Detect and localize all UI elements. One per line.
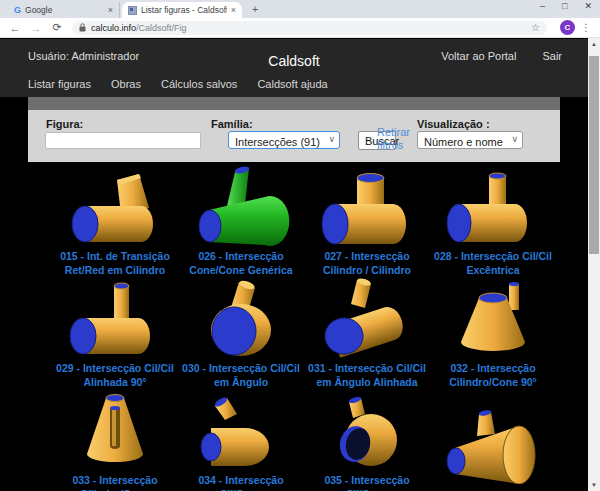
figure-tile[interactable]: 033 - Intersecção Cilindro/Cone	[52, 390, 178, 491]
figure-3d-thumbnail[interactable]	[181, 390, 301, 470]
header-links: Voltar ao Portal Sair	[441, 50, 562, 62]
figure-3d-thumbnail[interactable]	[181, 278, 301, 358]
tab-caldsoft[interactable]: Listar figuras - Caldsoft ×	[122, 2, 242, 18]
tab-title: Google	[25, 5, 104, 15]
caldsoft-favicon-icon	[128, 6, 137, 15]
figura-label: Figura:	[46, 118, 83, 130]
minimize-button[interactable]: –	[540, 1, 545, 11]
maximize-button[interactable]: □	[562, 1, 567, 11]
nav-listar-figuras[interactable]: Listar figuras	[28, 78, 91, 90]
tab-close-icon[interactable]: ×	[108, 5, 113, 15]
address-bar[interactable]: calculo.info/Caldsoft/Fig ☆	[72, 21, 547, 35]
scroll-down-icon[interactable]: ▼	[588, 482, 600, 488]
divider-bar	[28, 97, 560, 110]
figure-3d-thumbnail[interactable]	[181, 166, 301, 246]
logout-link[interactable]: Sair	[542, 50, 562, 62]
bookmark-star-icon[interactable]: ☆	[531, 22, 540, 33]
browser-menu-icon[interactable]: ⋮	[581, 22, 591, 33]
figura-input[interactable]	[45, 132, 201, 149]
figure-3d-thumbnail[interactable]	[307, 278, 427, 358]
tab-close-icon[interactable]: ×	[231, 5, 236, 15]
figure-3d-thumbnail[interactable]	[433, 278, 553, 358]
tab-google[interactable]: G Google ×	[8, 2, 120, 18]
figure-tile[interactable]: 028 - Intersecção Cil/Cil Excêntrica	[430, 166, 556, 278]
figure-caption[interactable]: 030 - Intersecção Cil/Cil em Ângulo	[178, 362, 304, 389]
nav-caldsoft-ajuda[interactable]: Caldsoft ajuda	[257, 78, 327, 90]
figure-tile[interactable]: 035 - Intersecção Cil/Cone	[304, 390, 430, 491]
figure-tile[interactable]: 032 - Intersecção Cilindro/Cone 90°	[430, 278, 556, 390]
main-nav: Listar figuras Obras Cálculos salvos Cal…	[28, 78, 328, 90]
browser-tab-strip: G Google × Listar figuras - Caldsoft × +…	[0, 0, 600, 18]
figure-caption[interactable]: 031 - Intersecção Cil/Cil em Ângulo Alin…	[304, 362, 430, 389]
figure-caption[interactable]: 033 - Intersecção Cilindro/Cone	[52, 474, 178, 491]
page-scrollbar[interactable]: ▲ ▼	[588, 38, 600, 491]
nav-calculos-salvos[interactable]: Cálculos salvos	[161, 78, 237, 90]
familia-select[interactable]: Intersecções (91)	[229, 134, 339, 150]
page-content: Caldsoft Usuário: Administrador Voltar a…	[0, 38, 588, 491]
url-path: /Caldsoft/Fig	[136, 23, 187, 33]
google-favicon-icon: G	[14, 5, 21, 15]
figure-tile[interactable]	[430, 390, 556, 491]
figure-caption[interactable]: 035 - Intersecção Cil/Cone	[304, 474, 430, 491]
figure-3d-thumbnail[interactable]	[55, 390, 175, 470]
visualizacao-select-wrap: Número e nome ∨	[417, 131, 523, 149]
figure-3d-thumbnail[interactable]	[307, 390, 427, 470]
url-host: calculo.info	[91, 23, 136, 33]
figure-caption[interactable]: 015 - Int. de Transição Ret/Red em Cilin…	[52, 250, 178, 277]
familia-select-wrap: Intersecções (91) ∨	[228, 131, 340, 149]
forward-icon[interactable]: →	[30, 22, 42, 34]
nav-obras[interactable]: Obras	[111, 78, 141, 90]
new-tab-button[interactable]: +	[252, 3, 258, 15]
figure-caption[interactable]: 034 - Intersecção Cil/Cone	[178, 474, 304, 491]
logged-user-label: Usuário: Administrador	[28, 50, 139, 62]
tab-title: Listar figuras - Caldsoft	[141, 5, 227, 15]
figure-tile[interactable]: 034 - Intersecção Cil/Cone	[178, 390, 304, 491]
back-icon[interactable]: ←	[9, 22, 21, 34]
visualizacao-label: Visualização :	[417, 118, 490, 130]
figure-3d-thumbnail[interactable]	[433, 404, 553, 484]
figure-grid: 015 - Int. de Transição Ret/Red em Cilin…	[52, 166, 556, 491]
figure-caption[interactable]: 032 - Intersecção Cilindro/Cone 90°	[430, 362, 556, 389]
figure-tile[interactable]: 031 - Intersecção Cil/Cil em Ângulo Alin…	[304, 278, 430, 390]
familia-label: Família:	[211, 118, 253, 130]
figure-3d-thumbnail[interactable]	[55, 166, 175, 246]
figure-3d-thumbnail[interactable]	[433, 166, 553, 246]
figure-caption[interactable]: 027 - Intersecção Cilindro / Cilindro	[304, 250, 430, 277]
figure-caption[interactable]: 029 - Intersecção Cil/Cil Alinhada 90°	[52, 362, 178, 389]
figure-caption[interactable]: 028 - Intersecção Cil/Cil Excêntrica	[430, 250, 556, 277]
site-header: Caldsoft Usuário: Administrador Voltar a…	[0, 39, 588, 97]
figure-tile[interactable]: 030 - Intersecção Cil/Cil em Ângulo	[178, 278, 304, 390]
figure-tile[interactable]: 027 - Intersecção Cilindro / Cilindro	[304, 166, 430, 278]
browser-toolbar: ← → ⟳ calculo.info/Caldsoft/Fig ☆ C ⋮	[0, 18, 600, 38]
portal-link[interactable]: Voltar ao Portal	[441, 50, 516, 62]
figure-tile[interactable]: 015 - Int. de Transição Ret/Red em Cilin…	[52, 166, 178, 278]
filter-panel: Figura: Família: Intersecções (91) ∨ Bus…	[28, 110, 560, 162]
figure-3d-thumbnail[interactable]	[55, 278, 175, 358]
profile-avatar[interactable]: C	[560, 20, 575, 35]
figure-tile[interactable]: 026 - Intersecção Cone/Cone Genérica	[178, 166, 304, 278]
header-top-row: Usuário: Administrador Voltar ao Portal …	[28, 50, 562, 62]
scroll-up-icon[interactable]: ▲	[588, 41, 600, 47]
reload-icon[interactable]: ⟳	[51, 21, 63, 34]
figure-tile[interactable]: 029 - Intersecção Cil/Cil Alinhada 90°	[52, 278, 178, 390]
close-button[interactable]: ✕	[584, 1, 592, 11]
url-text: calculo.info/Caldsoft/Fig	[91, 23, 187, 33]
visualizacao-select[interactable]: Número e nome	[418, 134, 522, 150]
figure-3d-thumbnail[interactable]	[307, 166, 427, 246]
scrollbar-thumb[interactable]	[589, 56, 599, 254]
window-controls: – □ ✕	[540, 1, 592, 11]
figure-caption[interactable]: 026 - Intersecção Cone/Cone Genérica	[178, 250, 304, 277]
lock-icon	[79, 23, 86, 32]
